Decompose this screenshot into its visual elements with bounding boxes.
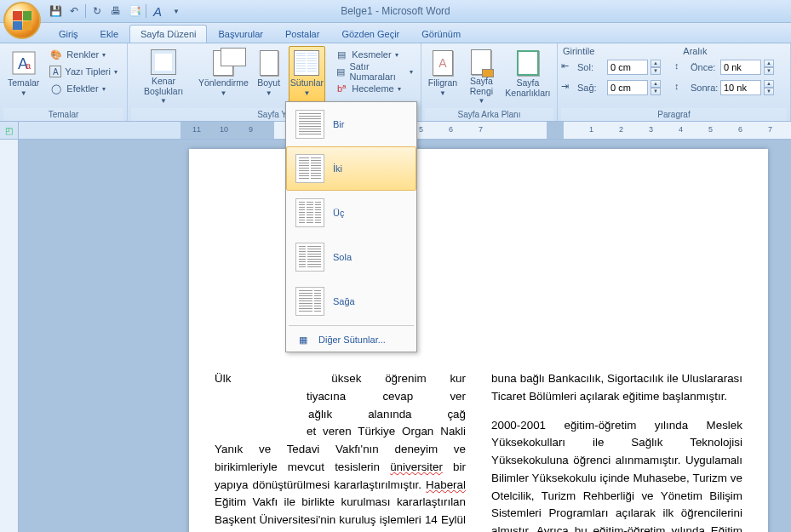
columns-dropdown: Bir İki Üç Sola Sağa ▦Diğer Sütunlar...	[285, 101, 417, 352]
colors-icon: 🎨	[49, 48, 63, 61]
group-page-background: AFiligran▼ Sayfa Rengi▼ Sayfa Kenarlıkla…	[421, 43, 558, 121]
group-title: Paragraf	[561, 108, 787, 121]
tab-home[interactable]: Giriş	[48, 25, 89, 43]
breaks-icon: ▤	[335, 48, 348, 61]
columns-option-right[interactable]: Sağa	[286, 279, 416, 323]
indent-right-input[interactable]	[607, 80, 648, 95]
space-after-field[interactable]: ↕Sonra:▲▼	[674, 78, 774, 96]
columns-option-one[interactable]: Bir	[286, 102, 416, 146]
horizontal-ruler[interactable]: 11 10 9 1 2 3 4 5 6 7 1 2 3 4 5 6 7	[181, 122, 791, 139]
columns-icon	[294, 50, 319, 76]
group-title: Sayfa Arka Planı	[425, 108, 553, 121]
orientation-button[interactable]: Yönlendirme▼	[198, 46, 249, 104]
text-column-1: Ülküksek öğrenim kurtiyacına cevap verağ…	[215, 370, 466, 532]
one-column-icon	[295, 110, 324, 139]
spin-up[interactable]: ▲	[651, 60, 661, 67]
right-column-icon	[295, 287, 324, 316]
ribbon-tabs: Giriş Ekle Sayfa Düzeni Başvurular Posta…	[0, 23, 791, 43]
fonts-icon: A	[49, 66, 61, 77]
columns-option-three[interactable]: Üç	[286, 191, 416, 235]
columns-option-left[interactable]: Sola	[286, 235, 416, 279]
tab-page-layout[interactable]: Sayfa Düzeni	[129, 25, 207, 43]
space-after-icon: ↕	[674, 81, 688, 94]
line-numbers-icon: ▤	[335, 65, 346, 78]
space-before-input[interactable]	[720, 60, 761, 75]
group-paragraph: Girintile Aralık ⇤Sol:▲▼ ⇥Sağ:▲▼ ↕Önce:▲…	[558, 43, 791, 121]
size-button[interactable]: Boyut▼	[251, 46, 287, 104]
text-column-2: buna bağlı Bankacılık, Sigortacılık ile …	[491, 370, 742, 532]
page-color-icon	[471, 49, 491, 75]
qat-dropdown-icon[interactable]: ▼	[169, 3, 184, 19]
theme-colors-button[interactable]: 🎨Renkler▾	[45, 46, 122, 63]
indent-right-field[interactable]: ⇥Sağ:▲▼	[561, 78, 661, 96]
undo-icon[interactable]: ↶	[66, 3, 82, 19]
space-before-icon: ↕	[674, 60, 688, 74]
indent-left-icon: ⇤	[561, 60, 575, 74]
size-icon	[260, 50, 278, 76]
spin-down[interactable]: ▼	[764, 88, 774, 95]
orientation-icon	[213, 50, 233, 76]
group-themes: Aa Temalar ▼ 🎨Renkler▾ AYazı Tipleri▾ ◯E…	[0, 43, 128, 121]
menu-separator	[289, 325, 414, 326]
watermark-icon: A	[433, 50, 453, 76]
indent-right-icon: ⇥	[561, 81, 575, 94]
svg-text:a: a	[26, 60, 32, 71]
direction-icon[interactable]: 📑	[127, 3, 142, 19]
qat-separator	[146, 4, 146, 18]
margins-button[interactable]: Kenar Boşlukları▼	[131, 46, 196, 104]
themes-icon: Aa	[10, 49, 37, 77]
window-title: Belge1 - Microsoft Word	[341, 5, 450, 17]
more-columns-icon: ▦	[295, 333, 312, 346]
columns-button[interactable]: Sütunlar▼	[289, 46, 326, 104]
indent-left-field[interactable]: ⇤Sol:▲▼	[561, 58, 661, 76]
page-borders-icon	[517, 50, 539, 76]
three-column-icon	[295, 198, 324, 227]
spin-up[interactable]: ▲	[651, 80, 661, 88]
office-orb[interactable]	[3, 2, 41, 39]
effects-icon: ◯	[49, 82, 63, 95]
spacing-header: Aralık	[683, 46, 707, 56]
ruler-corner[interactable]: ◰	[0, 122, 19, 139]
indent-left-input[interactable]	[607, 60, 648, 75]
watermark-button[interactable]: AFiligran▼	[425, 46, 461, 104]
spin-down[interactable]: ▼	[651, 67, 661, 75]
indent-header: Girintile	[563, 46, 594, 56]
qat-separator	[85, 4, 86, 18]
breaks-button[interactable]: ▤Kesmeler▾	[330, 46, 417, 63]
page-color-button[interactable]: Sayfa Rengi▼	[462, 46, 501, 104]
space-before-field[interactable]: ↕Önce:▲▼	[674, 58, 774, 76]
theme-fonts-button[interactable]: AYazı Tipleri▾	[45, 63, 122, 80]
tab-view[interactable]: Görünüm	[410, 25, 472, 43]
line-numbers-button[interactable]: ▤Satır Numaraları▾	[330, 63, 417, 80]
hyphenation-icon: bª	[335, 82, 348, 95]
vertical-ruler[interactable]	[0, 140, 19, 532]
font-style-icon[interactable]: A	[150, 3, 165, 19]
more-columns-option[interactable]: ▦Diğer Sütunlar...	[286, 328, 416, 352]
left-column-icon	[295, 243, 324, 272]
print-icon[interactable]: 🖶	[108, 3, 123, 19]
redo-icon[interactable]: ↻	[89, 3, 105, 19]
tab-review[interactable]: Gözden Geçir	[330, 25, 410, 43]
two-column-icon	[295, 154, 324, 183]
chevron-down-icon: ▼	[20, 89, 27, 97]
themes-button[interactable]: Aa Temalar ▼	[3, 46, 43, 104]
document-page[interactable]: Ülküksek öğrenim kurtiyacına cevap verağ…	[189, 149, 768, 532]
columns-option-two[interactable]: İki	[286, 146, 416, 191]
space-after-input[interactable]	[720, 80, 761, 95]
spin-up[interactable]: ▲	[764, 60, 774, 67]
margins-icon	[151, 49, 176, 75]
tab-mailings[interactable]: Postalar	[274, 25, 330, 43]
hyphenation-button[interactable]: bªHeceleme▾	[330, 80, 417, 97]
spin-up[interactable]: ▲	[764, 80, 774, 88]
tab-references[interactable]: Başvurular	[207, 25, 274, 43]
quick-access-toolbar: 💾 ↶ ↻ 🖶 📑 A ▼	[48, 0, 184, 22]
group-title: Temalar	[3, 108, 123, 121]
tab-insert[interactable]: Ekle	[89, 25, 129, 43]
theme-effects-button[interactable]: ◯Efektler▾	[45, 80, 122, 97]
save-icon[interactable]: 💾	[48, 3, 63, 19]
spin-down[interactable]: ▼	[651, 88, 661, 95]
spin-down[interactable]: ▼	[764, 67, 774, 75]
page-borders-button[interactable]: Sayfa Kenarlıkları	[502, 46, 553, 104]
